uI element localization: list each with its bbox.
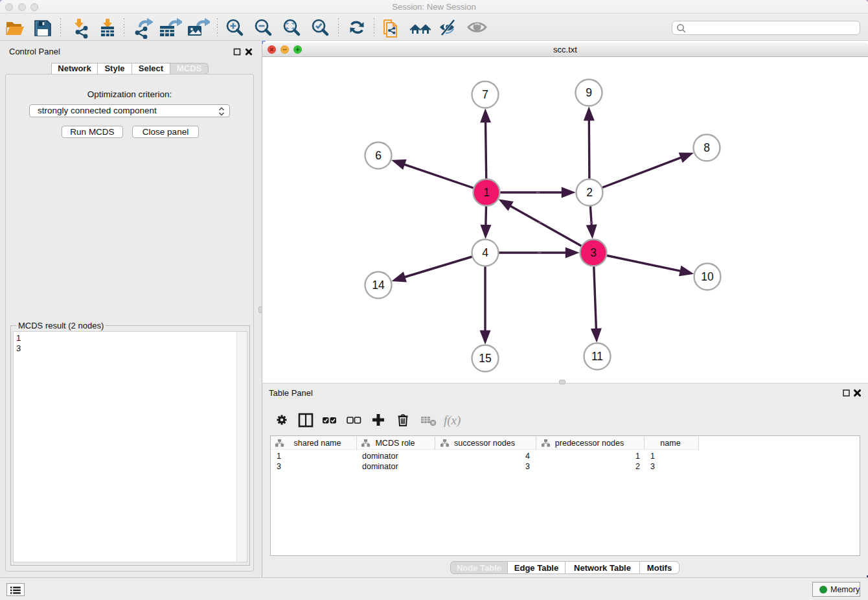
- svg-text:11: 11: [591, 350, 603, 363]
- svg-text:6: 6: [375, 149, 382, 162]
- svg-text:9: 9: [586, 86, 592, 99]
- svg-text:3: 3: [590, 246, 597, 259]
- svg-text:15: 15: [479, 352, 491, 365]
- svg-text:2: 2: [586, 186, 593, 199]
- svg-text:14: 14: [372, 279, 385, 292]
- svg-text:f(x): f(x): [444, 413, 461, 428]
- svg-text:10: 10: [701, 270, 714, 283]
- svg-text:1: 1: [483, 186, 490, 199]
- svg-text:7: 7: [482, 88, 488, 101]
- svg-text:4: 4: [482, 246, 488, 259]
- svg-text:8: 8: [703, 141, 710, 154]
